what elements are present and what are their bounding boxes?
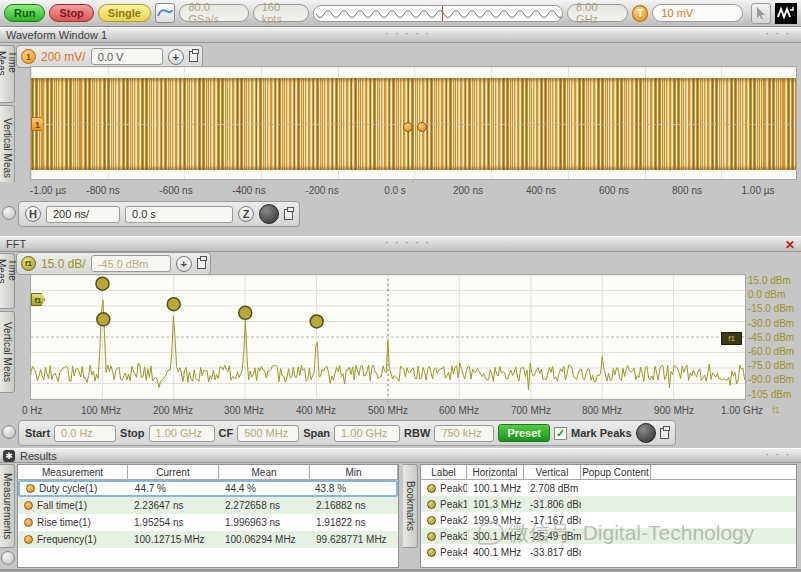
hbar-undock-icon[interactable]	[284, 209, 293, 220]
meas-label: Duty cycle(1)	[39, 483, 97, 494]
peak-marker-icon[interactable]	[167, 298, 180, 311]
peak-marker-icon[interactable]	[310, 315, 323, 328]
trigger-icon[interactable]: T	[632, 5, 648, 22]
fft-scroll-button[interactable]	[2, 425, 16, 439]
cf-field[interactable]: 500 MHz	[237, 425, 299, 442]
titlebar-more-dots[interactable]: · · ·	[765, 28, 791, 39]
meas-table-row[interactable]: Rise time(1)1.95254 ns1.996963 ns1.91822…	[18, 514, 398, 531]
meas-table-row[interactable]: Fall time(1)2.23647 ns2.272658 ns2.16882…	[18, 497, 398, 514]
fft-close-icon[interactable]: ✕	[785, 238, 795, 252]
fft-tab-time-meas[interactable]: Time Meas	[0, 253, 15, 309]
results-titlebar[interactable]: ✱ Results · · ·	[0, 448, 801, 463]
undock-icon[interactable]	[189, 51, 198, 62]
frequency-axis-label: 500 MHz	[368, 405, 408, 416]
fft-offset-field[interactable]: -45.0 dBm	[91, 255, 171, 272]
channel1-scale[interactable]: 200 mV/	[41, 50, 86, 64]
peak-marker-icon[interactable]	[97, 313, 110, 326]
peaks-table-row[interactable]: Peak0100.1 MHz2.708 dBm	[421, 480, 796, 496]
tab-vertical-meas[interactable]: Vertical Meas	[0, 105, 15, 191]
time-axis-label: 0.0 s	[384, 185, 406, 196]
time-axis-label: -800 ns	[86, 185, 119, 196]
hposition-field[interactable]: 0.0 s	[125, 206, 233, 223]
peak-marker-icon[interactable]	[96, 277, 109, 290]
results-scroll-button[interactable]	[1, 551, 15, 565]
waveform-window-titlebar[interactable]: Waveform Window 1 · · · · · · · ·	[0, 27, 801, 43]
peaks-header-cell[interactable]: Label	[421, 465, 467, 479]
meas-header-cell[interactable]: Mean	[219, 465, 310, 479]
run-button[interactable]: Run	[4, 4, 45, 22]
fftbar-undock-icon[interactable]	[660, 428, 669, 439]
time-axis-label: -400 ns	[232, 185, 265, 196]
peak-marker-icon[interactable]	[239, 306, 252, 319]
zone-trigger-icon[interactable]	[155, 3, 176, 23]
zoom-button[interactable]: Z	[238, 206, 254, 222]
peaks-table-row[interactable]: Peak4400.1 MHz-33.817 dBm	[421, 544, 796, 560]
fft-undock-icon[interactable]	[197, 258, 206, 269]
waveform-side-tabs: Time Meas Vertical Meas	[0, 45, 15, 201]
measurement-icon	[24, 535, 33, 544]
sample-rate-field[interactable]: 80.0 GSa/s	[179, 4, 248, 22]
frequency-axis-label: 300 MHz	[224, 405, 264, 416]
start-field[interactable]: 0.0 Hz	[54, 425, 116, 442]
fft-tab-vertical-meas[interactable]: Vertical Meas	[0, 311, 15, 393]
waveform-plot[interactable]: 1	[30, 66, 797, 180]
fft-add-button[interactable]: +	[176, 256, 192, 272]
meas-table-row[interactable]: Duty cycle(1)44.7 %44.4 %43.8 %	[18, 480, 398, 497]
memory-depth-field[interactable]: 160 kpts	[253, 4, 310, 22]
hscroll-button[interactable]	[2, 206, 16, 220]
fft-knob[interactable]	[636, 423, 656, 443]
peaks-table-row[interactable]: Peak2199.9 MHz-17.167 dBm	[421, 512, 796, 528]
meas-label: Frequency(1)	[37, 534, 96, 545]
titlebar-drag-dots[interactable]: · · · · ·	[385, 28, 431, 39]
gear-icon[interactable]: ✱	[3, 450, 15, 462]
peak-label-cell: Peak0	[421, 483, 467, 494]
fft-function-icon[interactable]: f1	[21, 256, 36, 271]
peaks-table-row[interactable]: Peak3300.1 MHz-25.49 dBm	[421, 528, 796, 544]
fft-titlebar[interactable]: FFT · · · · · ✕	[0, 236, 801, 252]
meas-header-cell[interactable]: Min	[310, 465, 398, 479]
results-title: Results	[20, 450, 57, 462]
peaks-header-cell[interactable]: Horizontal	[467, 465, 524, 479]
pointer-mode-button[interactable]	[751, 3, 771, 24]
meas-table-row[interactable]: Frequency(1)100.12715 MHz100.06294 MHz99…	[18, 531, 398, 548]
results-more-dots[interactable]: · · ·	[765, 449, 791, 460]
peak-vertical-cell: -31.806 dBm	[524, 499, 581, 510]
peaks-header-cell[interactable]: Popup Content	[581, 465, 651, 479]
tab-time-meas[interactable]: Time Meas	[0, 45, 15, 103]
peaks-header-cell[interactable]: Vertical	[524, 465, 581, 479]
meas-header-cell[interactable]: Current	[128, 465, 219, 479]
meas-header-cell[interactable]: Measurement	[18, 465, 128, 479]
horizontal-button[interactable]: H	[25, 206, 41, 222]
timebase-field[interactable]: 200 ns/	[46, 206, 120, 223]
peak-label: Peak1	[440, 499, 467, 510]
acquisition-preview[interactable]	[313, 5, 563, 22]
trigger-level-field[interactable]: 10 mV	[652, 4, 743, 22]
infiniium-logo-icon	[775, 3, 797, 24]
time-axis-label: 800 ns	[672, 185, 702, 196]
frequency-axis-label: 900 MHz	[654, 405, 694, 416]
bandwidth-field[interactable]: 8.00 GHz	[567, 4, 628, 22]
marker-3-icon[interactable]	[417, 122, 427, 132]
peaks-header-cell[interactable]	[651, 465, 794, 479]
rbw-field[interactable]: 750 kHz	[434, 425, 494, 442]
add-waveform-button[interactable]: +	[168, 49, 184, 65]
single-button[interactable]: Single	[98, 4, 151, 22]
span-field[interactable]: 1.00 GHz	[334, 425, 400, 442]
peak-horizontal-cell: 101.3 MHz	[467, 499, 524, 510]
tab-bookmarks[interactable]: Bookmarks	[403, 464, 418, 548]
horizontal-knob[interactable]	[259, 204, 279, 224]
horizontal-controls: H 200 ns/ 0.0 s Z	[18, 201, 300, 227]
preset-button[interactable]: Preset	[498, 424, 550, 442]
stop-button[interactable]: Stop	[49, 4, 93, 22]
channel1-offset-field[interactable]: 0.0 V	[91, 48, 163, 65]
fft-drag-dots[interactable]: · · · · ·	[385, 237, 431, 248]
stop-field[interactable]: 1.00 GHz	[149, 425, 215, 442]
marker-2-icon[interactable]	[403, 122, 413, 132]
mark-peaks-checkbox[interactable]: ✓	[554, 427, 567, 440]
peaks-table-row[interactable]: Peak1101.3 MHz-31.806 dBm	[421, 496, 796, 512]
tab-measurements[interactable]: Measurements	[0, 464, 15, 548]
peak-icon	[427, 532, 436, 541]
fft-plot[interactable]: f1 f1	[30, 274, 746, 400]
fft-scale[interactable]: 15.0 dB/	[41, 257, 86, 271]
channel1-icon[interactable]: 1	[21, 49, 36, 64]
